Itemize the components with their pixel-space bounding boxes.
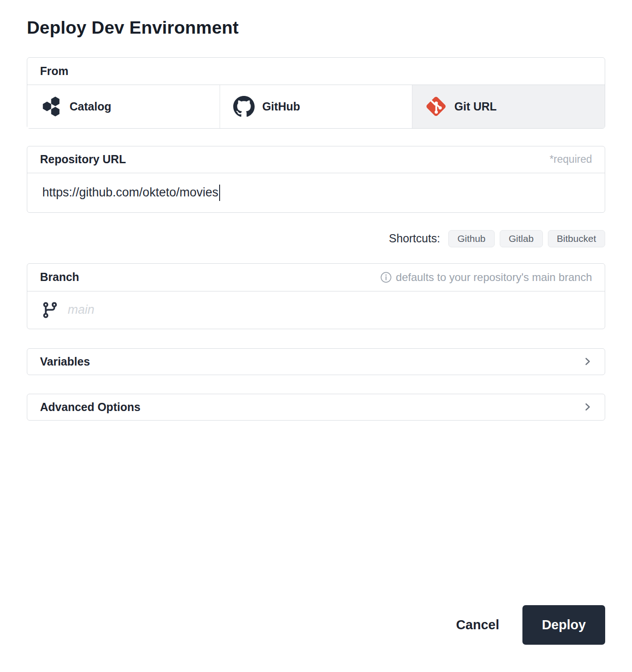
github-octocat-icon [233,96,255,117]
repository-url-label: Repository URL [40,153,126,166]
git-branch-icon [41,300,59,320]
shortcuts-label: Shortcuts: [389,232,440,245]
shortcuts-row: Shortcuts: Github Gitlab Bitbucket [27,230,605,247]
from-label: From [40,65,69,78]
tab-git-url-label: Git URL [454,100,497,113]
variables-section[interactable]: Variables [27,348,605,375]
deploy-button[interactable]: Deploy [522,605,605,645]
branch-hint-text: defaults to your repository's main branc… [396,271,592,284]
tab-github-label: GitHub [262,100,300,113]
advanced-options-label: Advanced Options [40,401,140,414]
repository-url-section: Repository URL *required https://github.… [27,146,605,213]
chevron-right-icon [582,401,593,412]
footer-actions: Cancel Deploy [27,605,605,645]
required-hint: *required [550,153,592,165]
repository-url-input[interactable]: https://github.com/okteto/movies [27,173,605,212]
cancel-button[interactable]: Cancel [456,617,499,632]
repository-url-header: Repository URL *required [27,146,605,173]
tab-git-url[interactable]: Git URL [412,85,605,128]
deploy-dialog: Deploy Dev Environment From Catalog [0,17,632,645]
chevron-right-icon [582,356,593,367]
page-title: Deploy Dev Environment [27,17,605,39]
catalog-hexagons-icon [40,95,62,117]
repository-url-value: https://github.com/okteto/movies [42,186,218,200]
shortcut-bitbucket-button[interactable]: Bitbucket [548,230,605,247]
tab-github[interactable]: GitHub [220,85,413,128]
branch-hint: defaults to your repository's main branc… [380,271,592,284]
branch-header: Branch defaults to your repository's mai… [27,264,605,291]
advanced-options-section[interactable]: Advanced Options [27,394,605,421]
git-logo-icon [426,96,446,117]
info-icon [380,271,392,283]
branch-placeholder: main [68,303,95,317]
tab-catalog-label: Catalog [70,100,111,113]
tab-catalog[interactable]: Catalog [27,85,220,128]
from-section-header: From [27,58,605,85]
branch-label: Branch [40,271,79,284]
branch-section: Branch defaults to your repository's mai… [27,263,605,329]
branch-input[interactable]: main [27,291,605,329]
source-tabs: Catalog GitHub [27,85,605,128]
text-caret [219,185,220,201]
variables-label: Variables [40,355,90,368]
shortcut-github-button[interactable]: Github [448,230,495,247]
from-section: From Catalog GitHub [27,57,605,129]
shortcut-gitlab-button[interactable]: Gitlab [500,230,543,247]
